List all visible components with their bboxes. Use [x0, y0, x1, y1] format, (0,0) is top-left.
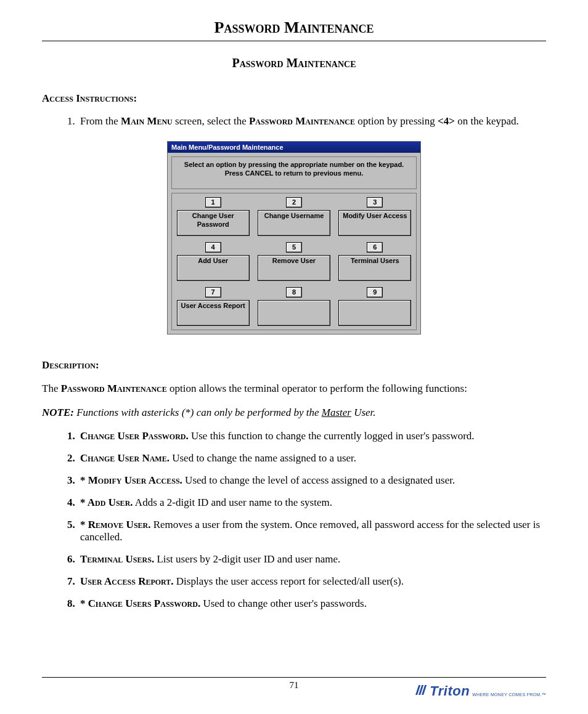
text: option allows the terminal operator to p…: [167, 383, 467, 394]
title-rule: [42, 41, 546, 41]
text: option by pressing: [355, 115, 438, 127]
desc-item-3: * Modify User Access. Used to change the…: [78, 474, 546, 487]
keypad-cell-5: 5 Remove User: [255, 242, 332, 281]
keypad-cell-6: 6 Terminal Users: [337, 242, 414, 281]
keypad-cell-2: 2 Change Username: [255, 197, 332, 236]
brand-stripes-icon: [415, 685, 428, 697]
pw-maint-sc: Password Maintenance: [249, 115, 355, 127]
keypad-button-7[interactable]: 7: [205, 287, 221, 298]
desc-item-1: Change User Password. Use this function …: [78, 430, 546, 442]
keypad-button-3[interactable]: 3: [367, 197, 383, 208]
keypad-label-5[interactable]: Remove User: [258, 255, 330, 281]
master-underline: Master: [322, 407, 351, 418]
keypad-cell-8: 8: [255, 287, 332, 326]
item-title: * Remove User.: [80, 519, 150, 530]
keypad-button-4[interactable]: 4: [205, 242, 221, 253]
keypad-cell-7: 7 User Access Report: [174, 287, 251, 326]
keypad-cell-1: 1 Change User Password: [174, 197, 251, 236]
key-4: <4>: [438, 115, 455, 127]
page-title: Password Maintenance: [42, 18, 546, 37]
label-text: Modify User Access: [343, 212, 407, 220]
item-title: * Change Users Password.: [80, 598, 200, 609]
text: From the: [80, 115, 121, 127]
brand-tagline: WHERE MONEY COMES FROM.™: [472, 692, 546, 699]
item-title: Change User Name.: [80, 452, 169, 464]
access-heading: Access Instructions:: [42, 92, 546, 105]
keypad-cell-9: 9: [337, 287, 414, 326]
keypad-cell-4: 4 Add User: [174, 242, 251, 281]
desc-item-8: * Change Users Password. Used to change …: [78, 598, 546, 610]
item-body: Adds a 2-digit ID and user name to the s…: [133, 497, 332, 508]
desc-item-4: * Add User. Adds a 2-digit ID and user n…: [78, 497, 546, 509]
desc-item-6: Terminal Users. List users by 2-digit us…: [78, 553, 546, 566]
window-titlebar: Main Menu/Password Maintenance: [168, 142, 420, 153]
keypad-row-2: 4 Add User 5 Remove User 6 Terminal User…: [174, 242, 414, 281]
keypad-label-2[interactable]: Change Username: [258, 210, 330, 236]
keypad-button-9[interactable]: 9: [367, 287, 383, 298]
text: User.: [351, 407, 376, 418]
item-body: Use this function to change the currentl…: [189, 430, 475, 442]
keypad-row-1: 1 Change User Password 2 Change Username…: [174, 197, 414, 236]
item-body: Used to change other user's passwords.: [200, 598, 367, 609]
note-label: NOTE:: [42, 407, 74, 418]
item-title: Change User Password.: [80, 430, 189, 442]
brand-name: Triton: [430, 683, 470, 699]
instruction-line-2: Press CANCEL to return to previous menu.: [174, 169, 414, 178]
item-title: * Add User.: [80, 497, 133, 508]
embedded-screenshot: Main Menu/Password Maintenance Select an…: [167, 141, 421, 335]
brand-logo: Triton WHERE MONEY COMES FROM.™: [417, 683, 546, 699]
text: screen, select the: [173, 115, 249, 127]
description-line: The Password Maintenance option allows t…: [42, 382, 546, 396]
access-step-1: From the Main Menu screen, select the Pa…: [78, 115, 546, 129]
access-instructions-list: From the Main Menu screen, select the Pa…: [42, 115, 546, 129]
page-footer: 71 Triton WHERE MONEY COMES FROM.™: [42, 677, 546, 691]
item-title: User Access Report.: [80, 575, 174, 587]
main-menu-sc: Main Menu: [121, 115, 173, 127]
keypad-row-3: 7 User Access Report 8 9: [174, 287, 414, 326]
item-body: Displays the user access report for sele…: [174, 575, 404, 587]
label-text: Terminal Users: [351, 257, 399, 265]
note-body: Functions with astericks (*) can only be…: [74, 407, 376, 418]
desc-item-2: Change User Name. Used to change the nam…: [78, 452, 546, 465]
keypad-label-6[interactable]: Terminal Users: [338, 255, 411, 281]
keypad-label-4[interactable]: Add User: [177, 255, 250, 281]
text: Functions with astericks (*) can only be…: [74, 407, 322, 418]
footer-rule: [42, 677, 546, 678]
item-body: List users by 2-digit user ID and user n…: [154, 553, 340, 565]
label-text: Change User Password: [179, 212, 248, 228]
description-heading: Description:: [42, 359, 546, 371]
label-text: Change Username: [264, 212, 324, 220]
keypad-button-2[interactable]: 2: [286, 197, 302, 208]
text: on the keypad.: [455, 115, 519, 127]
keypad-grid: 1 Change User Password 2 Change Username…: [171, 193, 417, 330]
item-title: Terminal Users.: [80, 553, 154, 565]
keypad-cell-3: 3 Modify User Access: [337, 197, 414, 236]
keypad-button-6[interactable]: 6: [367, 242, 383, 253]
section-title: Password Maintenance: [42, 56, 546, 70]
keypad-button-1[interactable]: 1: [205, 197, 221, 208]
window-body: Select an option by pressing the appropr…: [168, 153, 420, 335]
text: The: [42, 383, 61, 394]
label-text: Remove User: [272, 257, 316, 265]
pw-maint-sc: Password Maintenance: [61, 383, 167, 394]
document-page: Password Maintenance Password Maintenanc…: [0, 0, 588, 714]
instruction-line-1: Select an option by pressing the appropr…: [174, 161, 414, 169]
keypad-button-8[interactable]: 8: [286, 287, 302, 298]
keypad-label-3[interactable]: Modify User Access: [338, 210, 411, 236]
keypad-label-8[interactable]: [258, 300, 330, 326]
label-text: Add User: [198, 257, 228, 265]
keypad-label-9[interactable]: [338, 300, 411, 326]
label-text: User Access Report: [181, 302, 245, 310]
item-body: Used to change the level of access assig…: [182, 474, 455, 486]
desc-item-7: User Access Report. Displays the user ac…: [78, 575, 546, 588]
keypad-label-7[interactable]: User Access Report: [177, 300, 250, 326]
item-title: * Modify User Access.: [80, 474, 182, 486]
note-line: NOTE: Functions with astericks (*) can o…: [42, 407, 546, 419]
item-body: Used to change the name assigned to a us…: [169, 452, 356, 464]
desc-item-5: * Remove User. Removes a user from the s…: [78, 519, 546, 543]
description-list: Change User Password. Use this function …: [42, 430, 546, 610]
keypad-button-5[interactable]: 5: [286, 242, 302, 253]
instruction-panel: Select an option by pressing the appropr…: [171, 156, 417, 190]
keypad-label-1[interactable]: Change User Password: [177, 210, 250, 236]
